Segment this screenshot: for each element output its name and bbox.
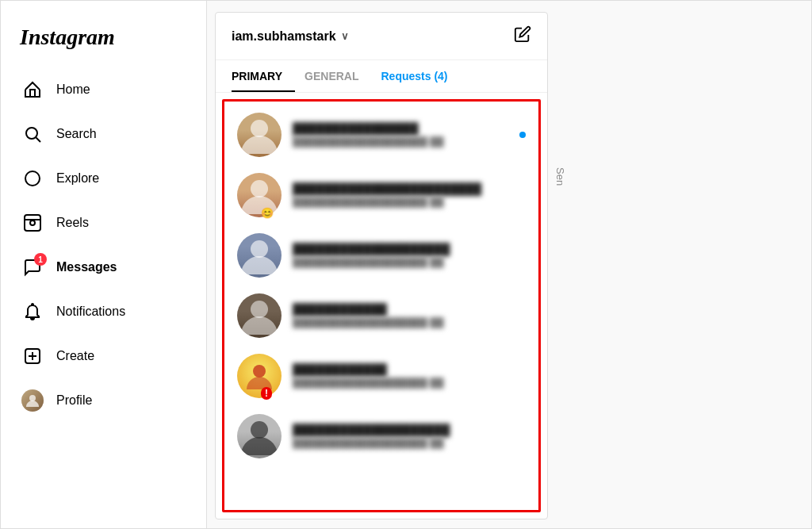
message-info: ████████████████████████ ███████████████… [293, 182, 526, 208]
dm-message-item[interactable]: ████████████████ ████████████████████ ██ [224, 105, 538, 165]
svg-point-0 [26, 128, 37, 139]
message-preview: ████████████████████ ██ [293, 438, 526, 449]
dm-message-item[interactable]: ████████████ ████████████████████ ██ [224, 286, 538, 346]
tab-general[interactable]: GENERAL [304, 60, 371, 92]
dm-messages-list: ████████████████ ████████████████████ ██… [222, 99, 541, 512]
app-container: Instagram Home [0, 0, 812, 529]
app-logo: Instagram [1, 17, 206, 69]
message-info: ████████████████████ ███████████████████… [293, 424, 526, 449]
sidebar-item-messages[interactable]: 1 Messages [10, 247, 197, 288]
message-preview: ████████████████████ ██ [293, 136, 504, 148]
messages-icon: 1 [21, 256, 44, 278]
avatar [237, 173, 282, 217]
svg-point-12 [251, 180, 268, 197]
red-badge: ! [261, 387, 272, 400]
sidebar-item-explore[interactable]: Explore [10, 158, 197, 199]
unread-indicator [519, 132, 526, 138]
avatar [237, 113, 282, 157]
svg-point-11 [251, 120, 268, 137]
sidebar-item-label-search: Search [56, 127, 97, 141]
sidebar-item-label-messages: Messages [56, 260, 117, 274]
svg-point-10 [29, 395, 36, 401]
reels-icon [21, 212, 44, 234]
svg-point-16 [251, 421, 268, 439]
sidebar-item-home[interactable]: Home [10, 69, 197, 110]
dm-username: iam.subhamstark [232, 29, 336, 44]
sidebar-item-label-profile: Profile [56, 393, 92, 408]
sidebar-item-notifications[interactable]: Notifications [10, 291, 197, 332]
message-preview: ████████████████████ ██ [293, 378, 526, 389]
sidebar-item-reels[interactable]: Reels [10, 202, 197, 243]
message-info: ████████████████████ ███████████████████… [293, 243, 526, 268]
notifications-icon [21, 301, 44, 323]
message-name: ████████████████ [293, 122, 504, 135]
sidebar-item-label-reels: Reels [56, 216, 89, 230]
search-icon [21, 123, 44, 145]
seen-label: Sen [554, 167, 566, 186]
explore-icon [21, 167, 44, 190]
sidebar-nav: Home Search [1, 69, 206, 512]
tab-requests[interactable]: Requests (4) [381, 60, 461, 92]
dm-header: iam.subhamstark ∨ [216, 13, 547, 60]
avatar [237, 293, 282, 338]
dm-message-item[interactable]: 😊 ████████████████████████ █████████████… [224, 165, 538, 225]
message-info: ████████████ ████████████████████ ██ [293, 363, 526, 389]
message-info: ████████████████ ████████████████████ ██ [293, 122, 504, 148]
main-content: iam.subhamstark ∨ PRIMARY GENERAL Reques… [207, 1, 811, 528]
create-icon [21, 345, 44, 367]
message-name: ████████████ [293, 303, 526, 316]
avatar [237, 354, 282, 398]
message-name: ████████████████████████ [293, 182, 526, 195]
sidebar-item-create[interactable]: Create [10, 335, 197, 377]
avatar [237, 233, 282, 278]
sidebar-item-profile[interactable]: Profile [10, 380, 197, 421]
svg-point-13 [251, 240, 268, 258]
sidebar-item-label-explore: Explore [56, 171, 99, 186]
home-icon [21, 79, 44, 101]
svg-point-5 [30, 220, 35, 225]
profile-icon [21, 389, 44, 412]
sidebar-item-label-home: Home [56, 82, 90, 97]
svg-point-15 [253, 365, 266, 378]
svg-rect-4 [25, 215, 40, 231]
dm-panel: iam.subhamstark ∨ PRIMARY GENERAL Reques… [215, 12, 548, 519]
dm-message-item[interactable]: ████████████████████ ███████████████████… [224, 406, 538, 466]
sidebar: Instagram Home [1, 1, 207, 528]
dm-tabs: PRIMARY GENERAL Requests (4) [216, 60, 547, 93]
tab-primary[interactable]: PRIMARY [232, 60, 295, 92]
message-preview: ████████████████████ ██ [293, 317, 526, 328]
message-name: ████████████ [293, 363, 526, 376]
seen-panel: Sen [554, 9, 566, 186]
emoji-badge: 😊 [261, 207, 274, 219]
svg-point-14 [251, 301, 268, 318]
message-name: ████████████████████ [293, 424, 526, 436]
dm-header-title: iam.subhamstark ∨ [232, 29, 349, 44]
message-info: ████████████ ████████████████████ ██ [293, 303, 526, 328]
svg-point-2 [25, 171, 40, 186]
chevron-down-icon[interactable]: ∨ [341, 30, 349, 42]
messages-badge: 1 [34, 253, 47, 266]
dm-message-item[interactable]: ████████████████████ ███████████████████… [224, 225, 538, 286]
sidebar-item-label-notifications: Notifications [56, 305, 125, 319]
avatar [237, 414, 282, 458]
dm-message-item[interactable]: ! ████████████ ████████████████████ ██ [224, 346, 538, 406]
svg-line-1 [36, 138, 41, 143]
message-preview: ████████████████████ ██ [293, 257, 526, 268]
sidebar-item-search[interactable]: Search [10, 113, 197, 155]
message-name: ████████████████████ [293, 243, 526, 255]
message-preview: ████████████████████ ██ [293, 197, 526, 208]
compose-button[interactable] [514, 25, 531, 47]
svg-marker-3 [29, 175, 36, 182]
sidebar-item-label-create: Create [56, 349, 94, 363]
